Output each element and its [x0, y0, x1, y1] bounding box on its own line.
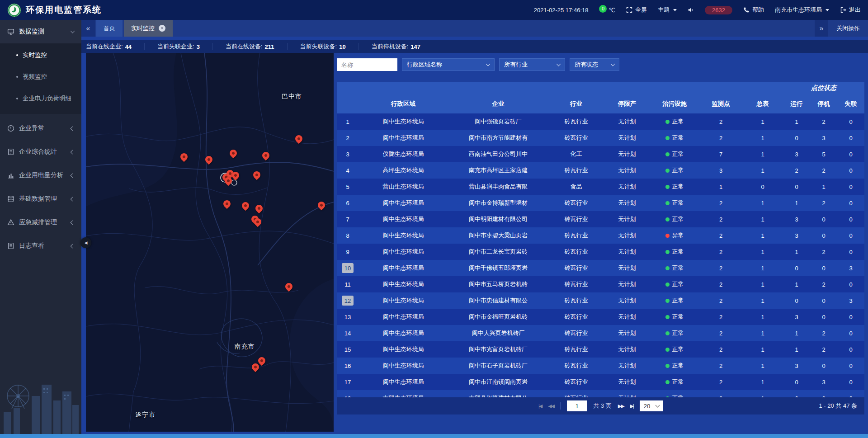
table-row[interactable]: 11阆中生态环境局阆中市五马桥页岩机砖砖瓦行业无计划正常21120 [337, 276, 864, 292]
chevron-down-icon [611, 61, 615, 66]
sidebar-item-company-abnormal[interactable]: 企业异常 [0, 117, 81, 140]
cell-company: 阆中明阳建材有限公司 [448, 215, 548, 223]
map-pin[interactable] [222, 199, 232, 209]
cell-company: 南部县兴隆建材有限公 [448, 394, 548, 397]
table-row[interactable]: 3仪陇生态环境局西南油气田分公司川中化工无计划正常71350 [337, 146, 864, 162]
map[interactable]: 巴中市南充市遂宁市 [86, 53, 334, 432]
row-index: 12 [337, 296, 358, 306]
cell-total-meters: 1 [742, 167, 783, 174]
map-pin[interactable] [254, 203, 264, 214]
horizontal-scrollbar[interactable] [0, 434, 868, 438]
sidebar-item-data-monitoring[interactable]: 数据监测 [0, 20, 81, 43]
chevron-left-icon [71, 150, 75, 154]
cell-running: 3 [783, 363, 810, 369]
cell-production-limit: 无计划 [604, 199, 650, 207]
page-number-input[interactable] [567, 400, 587, 411]
cell-running: 3 [783, 216, 810, 223]
report-icon [7, 148, 14, 155]
map-pin[interactable] [228, 148, 239, 159]
cell-company: 阆中强锐页岩砖厂 [448, 118, 548, 126]
table-row[interactable]: 6阆中生态环境局阆中市金博瑞新型墙材砖瓦行业无计划正常21120 [337, 195, 864, 211]
sidebar-item-video-monitoring[interactable]: 视频监控 [0, 66, 81, 88]
map-pin[interactable] [284, 282, 294, 292]
cell-monitor-points: 2 [699, 200, 742, 207]
next-page-button[interactable]: ▶▶ [618, 403, 624, 409]
filter-bar: 行政区域名称 所有行业 所有状态 [337, 58, 864, 71]
region-filter-select[interactable]: 行政区域名称 [402, 58, 495, 71]
map-pin[interactable] [241, 201, 251, 211]
map-pin[interactable] [251, 170, 262, 180]
cell-monitor-points: 7 [699, 151, 742, 158]
status-dot-icon [665, 315, 670, 319]
name-filter-input[interactable] [337, 58, 397, 71]
table-row[interactable]: 7阆中生态环境局阆中明阳建材有限公司砖瓦行业无计划正常21300 [337, 211, 864, 227]
prev-page-button[interactable]: ◀◀ [548, 403, 554, 409]
first-page-button[interactable]: |◀ [538, 403, 542, 409]
map-pin[interactable] [179, 152, 189, 162]
cell-stopped: 1 [810, 184, 837, 190]
theme-dropdown[interactable]: 主题 [658, 6, 677, 14]
status-dot-icon [665, 283, 670, 287]
row-index: 4 [337, 167, 358, 174]
fullscreen-button[interactable]: 全屏 [626, 6, 647, 14]
map-pin[interactable] [316, 200, 326, 210]
table-row[interactable]: 2阆中生态环境局阆中市南方节能建材有砖瓦行业无计划正常21030 [337, 130, 864, 146]
cell-monitor-points: 2 [699, 330, 742, 337]
map-pin[interactable] [294, 134, 304, 144]
table-row[interactable]: 15阆中生态环境局阆中市光富页岩机砖厂砖瓦行业无计划正常21120 [337, 341, 864, 358]
cell-stopped: 2 [810, 281, 837, 288]
tab-home[interactable]: 首页 [96, 20, 123, 37]
chevron-left-icon [71, 220, 75, 225]
cell-stopped: 5 [810, 151, 837, 158]
table-row[interactable]: 14阆中生态环境局阆中大兴页岩机砖厂砖瓦行业无计划正常21120 [337, 325, 864, 341]
table-row[interactable]: 12阆中生态环境局阆中市忠信建材有限公砖瓦行业无计划正常21003 [337, 292, 864, 309]
tab-scroll-right-button[interactable]: » [815, 20, 828, 37]
collapse-sidebar-handle[interactable]: ◀ [80, 237, 91, 248]
table-row[interactable]: 18南部生态环境局南部县兴隆建材有限公砖瓦行业无计划正常21030 [337, 390, 864, 397]
last-page-button[interactable]: ▶| [630, 403, 633, 409]
sidebar-item-power-load-detail[interactable]: 企业电力负荷明细 [0, 88, 81, 109]
page-size-select[interactable]: 20 [640, 400, 663, 411]
table-row[interactable]: 8阆中生态环境局阆中市枣碧大梁山页岩砖瓦行业无计划异常21300 [337, 227, 864, 244]
point-status-group-header: 点位状态 [783, 84, 864, 92]
tab-realtime-monitoring[interactable]: 实时监控 × [124, 20, 173, 37]
tab-scroll-left-button[interactable]: « [81, 20, 95, 37]
table-row[interactable]: 10阆中生态环境局阆中千佛镇五郎垭页岩砖瓦行业无计划正常21003 [337, 260, 864, 276]
cell-production-limit: 无计划 [604, 166, 650, 174]
sidebar-item-label: 企业综合统计 [19, 148, 57, 156]
table-row[interactable]: 5营山生态环境局营山县润丰肉食品有限食品无计划正常10010 [337, 179, 864, 195]
organization-dropdown[interactable]: 南充市生态环境局 [775, 6, 829, 14]
cell-region: 南部生态环境局 [358, 394, 448, 397]
sidebar-item-power-analysis[interactable]: 企业用电量分析 [0, 164, 81, 187]
voice-broadcast-button[interactable] [688, 7, 694, 13]
cell-industry: 砖瓦行业 [548, 313, 604, 321]
table-row[interactable]: 9阆中生态环境局阆中市二龙长宝页岩砖砖瓦行业无计划正常21120 [337, 244, 864, 260]
map-pin[interactable] [261, 151, 271, 161]
sidebar-item-emergency-management[interactable]: 应急减排管理 [0, 211, 81, 234]
table-row[interactable]: 4高坪生态环境局南充市高坪区王家店建砖瓦行业无计划正常31220 [337, 162, 864, 179]
table-row[interactable]: 13阆中生态环境局阆中市金福旺页岩机砖砖瓦行业无计划正常21300 [337, 309, 864, 325]
close-tab-icon[interactable]: × [159, 25, 165, 32]
cell-total-meters: 1 [742, 379, 783, 386]
table-row[interactable]: 17阆中生态环境局阆中市江南镇阆南页岩砖瓦行业无计划正常21030 [337, 374, 864, 390]
pagination-bar: |◀ ◀◀ 共 3 页 ▶▶ ▶| 20 1 - 20 共 47 条 [337, 397, 864, 414]
temperature-unit: ℃ [609, 7, 615, 14]
map-pin[interactable] [204, 155, 214, 165]
database-icon [7, 195, 14, 203]
sidebar-item-base-data[interactable]: 基础数据管理 [0, 187, 81, 211]
sidebar-item-realtime-monitoring[interactable]: 实时监控 [0, 44, 81, 66]
phone-icon [743, 7, 750, 13]
col-header-pollution-facility: 治污设施 [650, 100, 699, 108]
row-index: 13 [337, 314, 358, 320]
alarm-count-badge[interactable]: 2632 [705, 6, 732, 14]
status-filter-select[interactable]: 所有状态 [570, 58, 619, 71]
logout-button[interactable]: 退出 [840, 6, 861, 14]
help-button[interactable]: 帮助 [743, 6, 764, 14]
sidebar-item-company-statistics[interactable]: 企业综合统计 [0, 140, 81, 164]
sidebar-item-log-view[interactable]: 日志查看 [0, 234, 81, 258]
table-row[interactable]: 16阆中生态环境局阆中市石子页岩机砖厂砖瓦行业无计划正常21300 [337, 358, 864, 374]
table-row[interactable]: 1阆中生态环境局阆中强锐页岩砖厂砖瓦行业无计划正常21120 [337, 113, 864, 130]
industry-filter-select[interactable]: 所有行业 [499, 58, 565, 71]
close-operations-button[interactable]: 关闭操作 [828, 24, 868, 33]
cell-company: 阆中市江南镇阆南页岩 [448, 378, 548, 386]
